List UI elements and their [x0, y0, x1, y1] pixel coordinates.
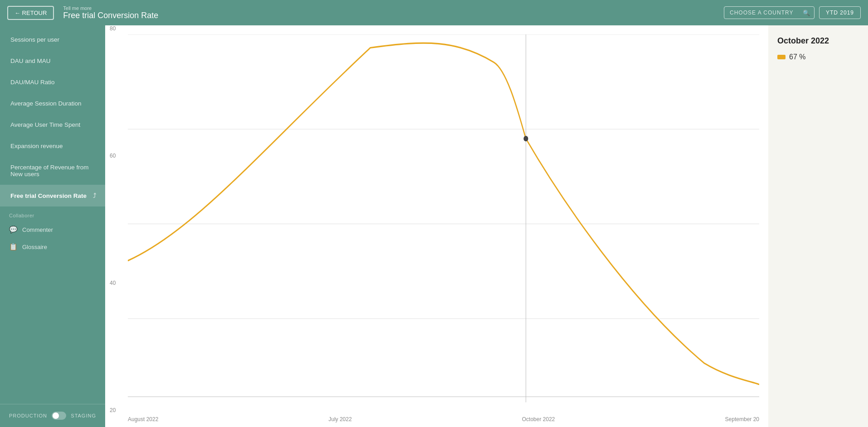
y-label-80: 80 — [110, 25, 116, 32]
collaborer-item-label: Commenter — [22, 226, 53, 233]
sidebar: Sessions per user DAU and MAU DAU/MAU Ra… — [0, 25, 105, 427]
top-bar: ← RETOUR Tell me more Free trial Convers… — [0, 0, 868, 25]
top-bar-right: 🔍 YTD 2019 — [724, 6, 861, 19]
x-label-sep: September 20 — [725, 416, 759, 422]
sidebar-item-commenter[interactable]: 💬 Commenter — [0, 221, 105, 238]
sidebar-item-label: Average User Time Spent — [10, 121, 80, 128]
sidebar-item-glossaire[interactable]: 📋 Glossaire — [0, 238, 105, 255]
chart-line — [128, 43, 759, 384]
x-label-jul: July 2022 — [329, 416, 352, 422]
y-axis: 80 60 40 20 — [110, 25, 116, 413]
sidebar-item-dau-mau[interactable]: DAU and MAU — [0, 50, 105, 72]
chart-container — [128, 34, 759, 413]
right-panel: October 2022 67 % — [768, 25, 868, 427]
share-icon: ⤴ — [93, 192, 96, 199]
sidebar-item-avg-user-time[interactable]: Average User Time Spent — [0, 114, 105, 135]
sidebar-item-sessions-per-user[interactable]: Sessions per user — [0, 29, 105, 50]
content-area: 80 60 40 20 — [105, 25, 868, 427]
y-label-60: 60 — [110, 153, 116, 159]
panel-metric: 67 % — [777, 53, 859, 61]
sidebar-nav: Sessions per user DAU and MAU DAU/MAU Ra… — [0, 25, 105, 404]
x-axis: August 2022 July 2022 October 2022 Septe… — [128, 413, 759, 427]
chart-svg — [128, 34, 759, 413]
panel-month: October 2022 — [777, 36, 859, 46]
staging-label: STAGING — [71, 413, 96, 418]
title-group: Tell me more Free trial Conversion Rate — [63, 5, 715, 20]
sidebar-item-avg-session[interactable]: Average Session Duration — [0, 93, 105, 114]
x-label-aug: August 2022 — [128, 416, 158, 422]
country-search-input[interactable] — [724, 6, 815, 19]
top-title: Free trial Conversion Rate — [63, 11, 715, 20]
sidebar-section-collaborer: Collaborer — [0, 206, 105, 221]
sidebar-item-label: Average Session Duration — [10, 100, 82, 107]
sidebar-item-expansion-revenue[interactable]: Expansion revenue — [0, 135, 105, 157]
sidebar-item-label: Free trial Conversion Rate — [10, 192, 87, 199]
main-layout: Sessions per user DAU and MAU DAU/MAU Ra… — [0, 25, 868, 427]
sidebar-item-label: DAU/MAU Ratio — [10, 79, 55, 86]
y-label-40: 40 — [110, 280, 116, 286]
comment-icon: 💬 — [9, 225, 18, 234]
sidebar-item-dau-mau-ratio[interactable]: DAU/MAU Ratio — [0, 72, 105, 93]
sidebar-item-free-trial-conversion[interactable]: Free trial Conversion Rate ⤴ — [0, 185, 105, 206]
y-label-20: 20 — [110, 407, 116, 413]
metric-value: 67 % — [789, 53, 805, 61]
retour-button[interactable]: ← RETOUR — [7, 6, 54, 20]
chart-section: 80 60 40 20 — [105, 25, 768, 427]
ytd-button[interactable]: YTD 2019 — [819, 6, 861, 19]
country-input-wrapper: 🔍 — [724, 6, 815, 19]
sidebar-item-label: Expansion revenue — [10, 143, 63, 149]
search-icon: 🔍 — [803, 10, 810, 16]
x-label-oct: October 2022 — [522, 416, 555, 422]
env-toggle[interactable] — [52, 412, 66, 420]
top-subtitle: Tell me more — [63, 5, 715, 11]
sidebar-item-label: Sessions per user — [10, 36, 59, 43]
sidebar-item-label: Percentage of Revenue from New users — [10, 164, 96, 178]
sidebar-item-pct-revenue-new-users[interactable]: Percentage of Revenue from New users — [0, 157, 105, 185]
glossaire-icon: 📋 — [9, 243, 18, 251]
data-point — [524, 136, 528, 141]
metric-color-swatch — [777, 55, 786, 59]
sidebar-footer: PRODUCTION STAGING — [0, 404, 105, 427]
production-label: PRODUCTION — [9, 413, 47, 418]
sidebar-item-label: DAU and MAU — [10, 58, 51, 64]
collaborer-item-label: Glossaire — [22, 244, 47, 250]
